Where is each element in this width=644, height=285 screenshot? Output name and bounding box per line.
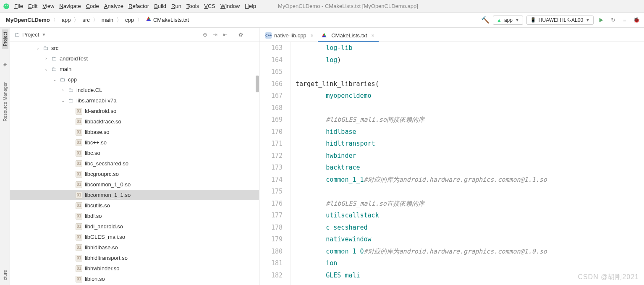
rail-tab-structure[interactable]: cture bbox=[2, 267, 8, 282]
debug-button[interactable]: 🐞 bbox=[632, 16, 641, 24]
gear-icon[interactable]: ✿ bbox=[236, 31, 245, 39]
tree-item-label: libs.armeabi-v7a bbox=[76, 97, 116, 104]
scrollbar-thumb[interactable] bbox=[256, 76, 259, 92]
close-tab-icon[interactable]: × bbox=[371, 32, 374, 39]
tree-folder[interactable]: ⌄🗀main bbox=[10, 64, 259, 74]
menu-item-view[interactable]: View bbox=[42, 3, 54, 9]
tree-folder[interactable]: ⌄🗀src bbox=[10, 43, 259, 53]
project-view-label: Project bbox=[22, 31, 39, 38]
code-line[interactable]: ion bbox=[296, 257, 644, 269]
code-line[interactable]: c_secshared bbox=[296, 222, 644, 234]
menu-item-help[interactable]: Help bbox=[245, 3, 256, 9]
line-number: 172 bbox=[259, 150, 283, 162]
menu-item-tools[interactable]: Tools bbox=[186, 3, 199, 9]
tree-file[interactable]: 01libcommon_1_0.so bbox=[10, 179, 259, 190]
run-config-selector[interactable]: ▲ app ▼ bbox=[493, 16, 523, 25]
tree-file[interactable]: 01libhidltransport.so bbox=[10, 253, 259, 263]
code-content[interactable]: log-lib log)target_link_libraries( myope… bbox=[291, 42, 644, 285]
tree-file[interactable]: 01libbacktrace.so bbox=[10, 116, 259, 127]
menu-item-navigate[interactable]: Navigate bbox=[59, 3, 81, 9]
code-line[interactable]: #libGLES_mali.so直接依赖的库 bbox=[296, 198, 644, 210]
editor-tab[interactable]: CMakeLists.txt× bbox=[318, 29, 379, 42]
code-line[interactable]: log-lib bbox=[296, 42, 644, 54]
code-line[interactable] bbox=[296, 102, 644, 114]
tree-file[interactable]: 01libcgrouprc.so bbox=[10, 169, 259, 179]
tree-file[interactable]: 01libbase.so bbox=[10, 127, 259, 137]
code-line[interactable]: target_link_libraries( bbox=[296, 78, 644, 90]
menu-item-window[interactable]: Window bbox=[220, 3, 240, 9]
tree-file[interactable]: 01libGLES_mali.so bbox=[10, 232, 259, 242]
run-button[interactable] bbox=[597, 16, 605, 24]
code-line[interactable]: hidltransport bbox=[296, 138, 644, 150]
rail-tab-project[interactable]: Project bbox=[2, 29, 8, 49]
breadcrumb-part[interactable]: app bbox=[59, 17, 73, 23]
hide-button[interactable]: — bbox=[246, 31, 255, 39]
tree-file[interactable]: 01libdl.so bbox=[10, 211, 259, 221]
rail-tab-resource-manager[interactable]: Resource Manager bbox=[2, 80, 8, 124]
code-line[interactable]: common_1_1#对应的库为android.hardware.graphic… bbox=[296, 174, 644, 186]
apply-code-button[interactable]: ≡ bbox=[620, 16, 629, 24]
tree-item-label: ld-android.so bbox=[85, 108, 116, 114]
tree-folder[interactable]: ⌄🗀cpp bbox=[10, 74, 259, 85]
tree-file[interactable]: 01libc.so bbox=[10, 148, 259, 158]
breadcrumb-part[interactable]: CMakeLists.txt bbox=[143, 17, 191, 23]
chevron-right-icon: 〉 bbox=[116, 16, 122, 23]
build-button[interactable]: 🔨 bbox=[481, 16, 490, 24]
tree-file[interactable]: 01libdl_android.so bbox=[10, 221, 259, 232]
collapse-all-button[interactable]: ⇤ bbox=[221, 31, 229, 39]
tree-twisty[interactable]: ⌄ bbox=[60, 98, 65, 103]
chevron-down-icon: ▼ bbox=[42, 32, 46, 37]
apply-changes-button[interactable]: ↻ bbox=[609, 16, 617, 24]
menu-item-code[interactable]: Code bbox=[86, 3, 99, 9]
code-line[interactable]: utilscallstack bbox=[296, 209, 644, 222]
menu-item-vcs[interactable]: VCS bbox=[204, 3, 215, 9]
tree-twisty[interactable]: › bbox=[44, 56, 49, 61]
main-split: Project ◈ Resource Manager cture 🗀 Proje… bbox=[0, 28, 644, 285]
code-line[interactable] bbox=[296, 186, 644, 198]
close-tab-icon[interactable]: × bbox=[311, 32, 314, 39]
tree-item-label: libdl.so bbox=[85, 213, 102, 219]
tree-twisty[interactable]: › bbox=[60, 88, 65, 92]
code-line[interactable] bbox=[296, 66, 644, 78]
menu-item-run[interactable]: Run bbox=[171, 3, 181, 9]
code-editor[interactable]: 1631641651661671681691701711721731741751… bbox=[259, 42, 644, 285]
code-line[interactable]: myopencldemo bbox=[296, 90, 644, 102]
tree-file[interactable]: 01libc_secshared.so bbox=[10, 158, 259, 169]
tree-folder[interactable]: ›🗀androidTest bbox=[10, 53, 259, 64]
tree-file[interactable]: 01libcommon_1_1.so bbox=[10, 190, 259, 200]
code-line[interactable]: hwbinder bbox=[296, 150, 644, 162]
code-line[interactable]: hidlbase bbox=[296, 126, 644, 138]
device-selector[interactable]: 📱 HUAWEI HLK-AL00 ▼ bbox=[526, 16, 594, 25]
expand-all-button[interactable]: ⇥ bbox=[211, 31, 219, 39]
tree-twisty[interactable]: ⌄ bbox=[35, 46, 40, 50]
line-number: 177 bbox=[259, 209, 283, 222]
project-tree[interactable]: ⌄🗀src›🗀androidTest⌄🗀main⌄🗀cpp›🗀include.C… bbox=[10, 42, 259, 285]
tree-folder[interactable]: ⌄🗀libs.armeabi-v7a bbox=[10, 95, 259, 106]
tree-file[interactable]: 01ld-android.so bbox=[10, 106, 259, 116]
menu-item-refactor[interactable]: Refactor bbox=[128, 3, 149, 9]
code-line[interactable]: backtrace bbox=[296, 162, 644, 174]
tree-file[interactable]: 01libc++.so bbox=[10, 137, 259, 148]
tree-file[interactable]: 01libhwbinder.so bbox=[10, 263, 259, 274]
tree-file[interactable]: 01libion.so bbox=[10, 274, 259, 284]
tree-twisty[interactable]: ⌄ bbox=[44, 67, 49, 71]
locate-button[interactable]: ⊕ bbox=[201, 31, 209, 39]
breadcrumb-root[interactable]: MyOpenCLDemo bbox=[3, 17, 52, 23]
code-line[interactable]: nativewindow bbox=[296, 233, 644, 246]
menu-item-build[interactable]: Build bbox=[154, 3, 166, 9]
breadcrumb-part[interactable]: cpp bbox=[123, 17, 136, 23]
code-line[interactable]: common_1_0#对应的库为android.hardware.graphic… bbox=[296, 246, 644, 258]
project-view-selector[interactable]: 🗀 Project ▼ bbox=[14, 31, 46, 38]
breadcrumb-part[interactable]: src bbox=[80, 17, 92, 23]
tree-twisty[interactable]: ⌄ bbox=[52, 77, 57, 82]
menu-item-analyze[interactable]: Analyze bbox=[104, 3, 123, 9]
tree-file[interactable]: 01libhidlbase.so bbox=[10, 242, 259, 253]
menu-item-file[interactable]: File bbox=[14, 3, 23, 9]
breadcrumb-part[interactable]: main bbox=[99, 17, 116, 23]
tree-file[interactable]: 01libcutils.so bbox=[10, 200, 259, 211]
menu-item-edit[interactable]: Edit bbox=[28, 3, 37, 9]
tree-folder[interactable]: ›🗀include.CL bbox=[10, 85, 259, 95]
code-line[interactable]: #libGLES_mali.so间接依赖的库 bbox=[296, 114, 644, 126]
editor-tab[interactable]: C++native-lib.cpp× bbox=[262, 29, 318, 42]
code-line[interactable]: log) bbox=[296, 54, 644, 66]
